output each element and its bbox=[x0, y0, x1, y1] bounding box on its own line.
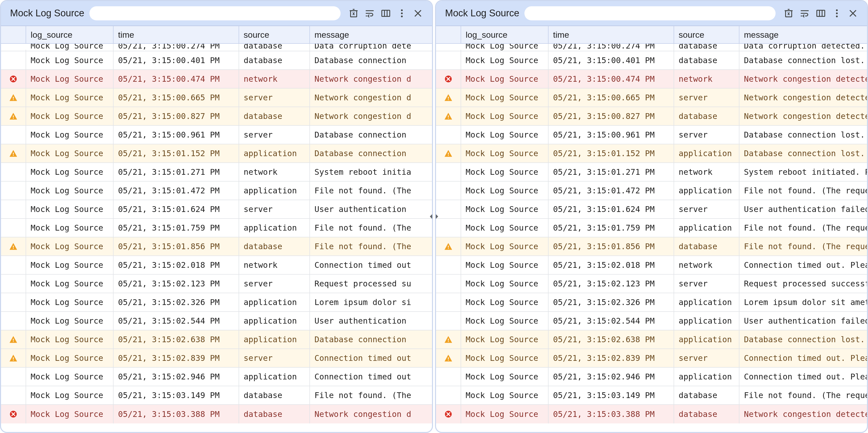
search-input[interactable] bbox=[89, 6, 341, 20]
table-body[interactable]: Mock Log Source05/21, 3:15:00.274 PMdata… bbox=[436, 44, 867, 432]
cell-source: server bbox=[239, 349, 310, 367]
table-row[interactable]: Mock Log Source05/21, 3:15:01.624 PMserv… bbox=[436, 200, 867, 219]
cell-time: 05/21, 3:15:02.123 PM bbox=[549, 275, 674, 293]
cell-log-source: Mock Log Source bbox=[461, 293, 549, 311]
row-level-icon-cell bbox=[436, 275, 461, 293]
row-level-icon-cell bbox=[436, 368, 461, 386]
cell-source: server bbox=[674, 88, 739, 107]
clear-icon[interactable] bbox=[781, 5, 797, 21]
table-row[interactable]: Mock Log Source05/21, 3:15:02.018 PMnetw… bbox=[1, 256, 432, 275]
table-row[interactable]: Mock Log Source05/21, 3:15:01.856 PMdata… bbox=[436, 237, 867, 256]
table-row[interactable]: Mock Log Source05/21, 3:15:00.401 PMdata… bbox=[1, 51, 432, 70]
wrap-text-icon[interactable] bbox=[797, 5, 813, 21]
table-row[interactable]: Mock Log Source05/21, 3:15:02.839 PMserv… bbox=[436, 349, 867, 368]
row-level-icon-cell bbox=[1, 163, 26, 181]
table-row[interactable]: Mock Log Source05/21, 3:15:00.401 PMdata… bbox=[436, 51, 867, 70]
cell-log-source: Mock Log Source bbox=[461, 51, 549, 69]
cell-time: 05/21, 3:15:03.388 PM bbox=[549, 405, 674, 424]
table-row[interactable]: Mock Log Source05/21, 3:15:00.665 PMserv… bbox=[1, 88, 432, 107]
columns-icon[interactable] bbox=[378, 5, 394, 21]
cell-message: Database connection lost. Att bbox=[739, 126, 867, 144]
cell-source: database bbox=[674, 237, 739, 256]
table-row[interactable]: Mock Log Source05/21, 3:15:00.665 PMserv… bbox=[436, 88, 867, 107]
wrap-text-icon[interactable] bbox=[362, 5, 378, 21]
col-header-log-source[interactable]: log_source bbox=[461, 26, 549, 43]
col-header-message[interactable]: message bbox=[310, 26, 432, 43]
table-row[interactable]: Mock Log Source05/21, 3:15:00.827 PMdata… bbox=[1, 107, 432, 126]
table-row[interactable]: Mock Log Source05/21, 3:15:00.274 PMdata… bbox=[1, 44, 432, 51]
row-level-icon-cell bbox=[436, 237, 461, 256]
col-header-icon[interactable] bbox=[436, 26, 461, 43]
columns-icon[interactable] bbox=[813, 5, 829, 21]
cell-time: 05/21, 3:15:02.544 PM bbox=[114, 312, 239, 330]
cell-log-source: Mock Log Source bbox=[461, 368, 549, 386]
more-icon[interactable] bbox=[829, 5, 845, 21]
table-row[interactable]: Mock Log Source05/21, 3:15:02.326 PMappl… bbox=[436, 293, 867, 312]
table-row[interactable]: Mock Log Source05/21, 3:15:03.149 PMdata… bbox=[436, 386, 867, 405]
table-row[interactable]: Mock Log Source05/21, 3:15:02.544 PMappl… bbox=[1, 312, 432, 330]
table-row[interactable]: Mock Log Source05/21, 3:15:01.856 PMdata… bbox=[1, 237, 432, 256]
table-row[interactable]: Mock Log Source05/21, 3:15:00.827 PMdata… bbox=[436, 107, 867, 126]
svg-rect-7 bbox=[13, 99, 14, 100]
table-row[interactable]: Mock Log Source05/21, 3:15:02.123 PMserv… bbox=[1, 275, 432, 293]
table-row[interactable]: Mock Log Source05/21, 3:15:02.123 PMserv… bbox=[436, 275, 867, 293]
table-row[interactable]: Mock Log Source05/21, 3:15:03.388 PMdata… bbox=[1, 405, 432, 424]
col-header-source[interactable]: source bbox=[674, 26, 739, 43]
search-input[interactable] bbox=[524, 6, 776, 20]
table-row[interactable]: Mock Log Source05/21, 3:15:02.326 PMappl… bbox=[1, 293, 432, 312]
table-row[interactable]: Mock Log Source05/21, 3:15:01.152 PMappl… bbox=[436, 144, 867, 163]
row-level-icon-cell bbox=[436, 70, 461, 88]
col-header-log-source[interactable]: log_source bbox=[26, 26, 114, 43]
cell-message: Connection timed out bbox=[310, 368, 432, 386]
table-row[interactable]: Mock Log Source05/21, 3:15:02.638 PMappl… bbox=[436, 330, 867, 349]
svg-rect-32 bbox=[448, 248, 449, 249]
table-row[interactable]: Mock Log Source05/21, 3:15:01.472 PMappl… bbox=[1, 181, 432, 200]
table-row[interactable]: Mock Log Source05/21, 3:15:01.271 PMnetw… bbox=[436, 163, 867, 181]
cell-log-source: Mock Log Source bbox=[26, 349, 114, 367]
cell-time: 05/21, 3:15:02.123 PM bbox=[114, 275, 239, 293]
table-row[interactable]: Mock Log Source05/21, 3:15:01.759 PMappl… bbox=[1, 219, 432, 237]
svg-rect-27 bbox=[448, 115, 449, 117]
more-icon[interactable] bbox=[394, 5, 410, 21]
svg-rect-35 bbox=[448, 357, 449, 359]
pane-splitter-handle[interactable] bbox=[427, 209, 441, 224]
table-row[interactable]: Mock Log Source05/21, 3:15:00.274 PMdata… bbox=[436, 44, 867, 51]
table-body[interactable]: Mock Log Source05/21, 3:15:00.274 PMdata… bbox=[1, 44, 432, 432]
clear-icon[interactable] bbox=[346, 5, 362, 21]
svg-rect-26 bbox=[448, 99, 449, 100]
cell-message: File not found. (The requeste bbox=[739, 219, 867, 237]
row-level-icon-cell bbox=[1, 51, 26, 69]
table-row[interactable]: Mock Log Source05/21, 3:15:01.472 PMappl… bbox=[436, 181, 867, 200]
table-row[interactable]: Mock Log Source05/21, 3:15:01.624 PMserv… bbox=[1, 200, 432, 219]
col-header-time[interactable]: time bbox=[549, 26, 674, 43]
table-row[interactable]: Mock Log Source05/21, 3:15:00.474 PMnetw… bbox=[436, 70, 867, 88]
table-row[interactable]: Mock Log Source05/21, 3:15:03.149 PMdata… bbox=[1, 386, 432, 405]
table-row[interactable]: Mock Log Source05/21, 3:15:02.946 PMappl… bbox=[436, 368, 867, 386]
table-row[interactable]: Mock Log Source05/21, 3:15:02.946 PMappl… bbox=[1, 368, 432, 386]
col-header-source[interactable]: source bbox=[239, 26, 310, 43]
close-icon[interactable] bbox=[845, 5, 861, 21]
cell-source: server bbox=[239, 88, 310, 107]
table-row[interactable]: Mock Log Source05/21, 3:15:00.474 PMnetw… bbox=[1, 70, 432, 88]
cell-log-source: Mock Log Source bbox=[26, 126, 114, 144]
cell-message: Network congestion detected. bbox=[739, 70, 867, 88]
table-row[interactable]: Mock Log Source05/21, 3:15:00.961 PMserv… bbox=[1, 126, 432, 144]
table-row[interactable]: Mock Log Source05/21, 3:15:01.271 PMnetw… bbox=[1, 163, 432, 181]
cell-message: Database connection bbox=[310, 330, 432, 348]
table-row[interactable]: Mock Log Source05/21, 3:15:01.759 PMappl… bbox=[436, 219, 867, 237]
table-row[interactable]: Mock Log Source05/21, 3:15:00.961 PMserv… bbox=[436, 126, 867, 144]
close-icon[interactable] bbox=[410, 5, 426, 21]
col-header-icon[interactable] bbox=[1, 26, 26, 43]
table-row[interactable]: Mock Log Source05/21, 3:15:01.152 PMappl… bbox=[1, 144, 432, 163]
table-row[interactable]: Mock Log Source05/21, 3:15:02.638 PMappl… bbox=[1, 330, 432, 349]
table-row[interactable]: Mock Log Source05/21, 3:15:02.839 PMserv… bbox=[1, 349, 432, 368]
table-row[interactable]: Mock Log Source05/21, 3:15:03.388 PMdata… bbox=[436, 405, 867, 424]
col-header-message[interactable]: message bbox=[739, 26, 867, 43]
cell-time: 05/21, 3:15:00.827 PM bbox=[549, 107, 674, 125]
cell-message: User authentication failed. I bbox=[739, 200, 867, 218]
svg-point-3 bbox=[401, 12, 403, 14]
panel-title: Mock Log Source bbox=[10, 8, 84, 19]
table-row[interactable]: Mock Log Source05/21, 3:15:02.544 PMappl… bbox=[436, 312, 867, 330]
col-header-time[interactable]: time bbox=[114, 26, 239, 43]
table-row[interactable]: Mock Log Source05/21, 3:15:02.018 PMnetw… bbox=[436, 256, 867, 275]
